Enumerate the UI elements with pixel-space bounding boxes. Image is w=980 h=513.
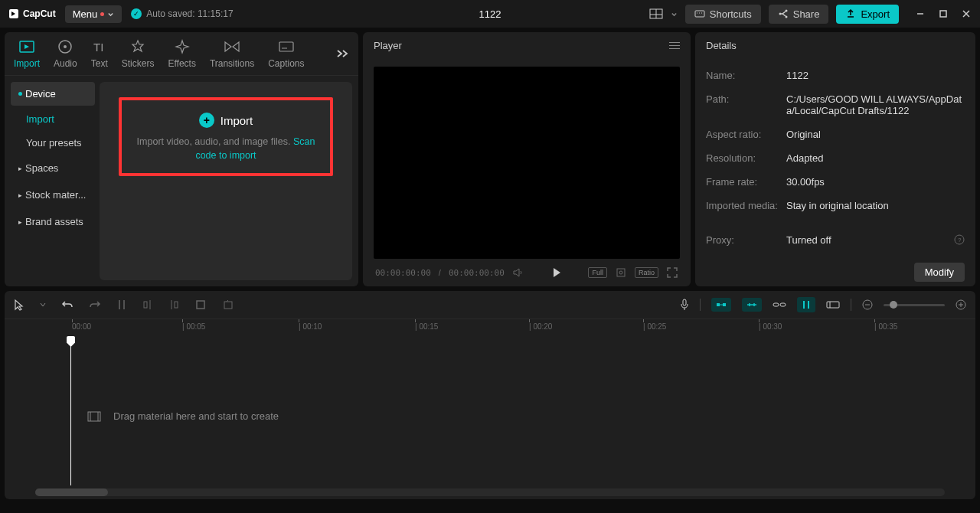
track-tool[interactable] [826, 300, 840, 309]
player-menu-icon[interactable] [669, 42, 680, 49]
crop-icon[interactable] [615, 266, 627, 279]
cursor-tool[interactable] [14, 299, 24, 311]
video-preview[interactable] [374, 67, 680, 259]
zoom-out-button[interactable] [862, 299, 873, 310]
info-icon[interactable]: ? [954, 234, 965, 245]
tab-audio[interactable]: Audio [54, 38, 77, 69]
timeline-tracks[interactable]: Drag material here and start to create [5, 338, 975, 485]
ruler-mark: | 00:15 [415, 322, 438, 331]
modify-button[interactable]: Modify [914, 263, 965, 282]
delete-tool[interactable] [222, 299, 234, 310]
ratio-button[interactable]: Ratio [635, 267, 658, 278]
detail-label: Path: [706, 93, 786, 116]
tab-label: Import [14, 58, 40, 69]
sidebar-label: Spaces [25, 162, 58, 174]
svg-rect-29 [197, 301, 204, 309]
share-label: Share [793, 8, 820, 20]
audio-icon [57, 38, 74, 55]
cursor-dropdown[interactable] [40, 302, 46, 308]
autosave-status: ✓ Auto saved: 11:15:17 [131, 8, 233, 19]
detail-row-resolution: Resolution:Adapted [706, 146, 965, 170]
volume-icon[interactable] [512, 267, 524, 278]
play-button[interactable] [552, 267, 561, 278]
divider [700, 299, 701, 311]
crop-tool[interactable] [194, 299, 207, 311]
split-tool[interactable] [116, 299, 127, 311]
scrollbar-thumb[interactable] [35, 488, 108, 496]
tab-label: Stickers [122, 58, 155, 69]
stickers-icon [129, 38, 146, 55]
effects-icon [174, 38, 191, 55]
close-button[interactable] [960, 8, 972, 20]
time-separator: / [439, 268, 441, 277]
sidebar-item-stock[interactable]: ▸Stock mater... [11, 183, 95, 207]
minimize-button[interactable] [914, 8, 926, 20]
svg-point-8 [785, 10, 787, 12]
redo-button[interactable] [89, 299, 101, 310]
export-icon [845, 8, 856, 19]
import-description: Import video, audio, and image files. Sc… [129, 136, 322, 162]
ruler-mark: | 00:20 [529, 322, 552, 331]
chevron-right-icon: ▸ [18, 218, 22, 226]
sidebar-item-device[interactable]: Device [11, 82, 95, 106]
split-left-tool[interactable] [142, 299, 153, 311]
details-panel: Details Name:1122 Path:C:/Users/GOOD WIL… [695, 32, 975, 286]
preview-tool[interactable] [797, 297, 815, 312]
zoom-in-button[interactable] [956, 299, 966, 310]
placeholder-text: Drag material here and start to create [113, 410, 279, 422]
tab-effects[interactable]: Effects [168, 38, 195, 69]
timeline-toolbar [5, 291, 975, 319]
detail-value: 30.00fps [786, 176, 965, 188]
player-panel: Player 00:00:00:00 / 00:00:00:00 Full Ra… [363, 32, 691, 286]
timeline-scrollbar[interactable] [35, 488, 945, 496]
svg-rect-37 [780, 303, 786, 306]
playhead[interactable] [70, 338, 71, 485]
split-right-tool[interactable] [168, 299, 179, 311]
import-drop-area[interactable]: + Import Import video, audio, and image … [100, 82, 352, 280]
keyboard-icon [694, 8, 705, 19]
media-panel: Import Audio TI Text Stickers Effects Tr… [5, 32, 358, 286]
full-button[interactable]: Full [588, 267, 607, 278]
tab-import[interactable]: Import [14, 38, 40, 69]
sidebar-sub-import[interactable]: Import [11, 109, 95, 129]
timeline-ruler[interactable]: 00:00 | 00:05 | 00:10 | 00:15 | 00:20 | … [5, 319, 975, 338]
tab-stickers[interactable]: Stickers [122, 38, 155, 69]
layout-icon[interactable] [649, 8, 663, 19]
svg-rect-47 [88, 412, 100, 421]
divider [851, 299, 851, 311]
fullscreen-icon[interactable] [666, 266, 678, 279]
time-total: 00:00:00:00 [449, 268, 505, 278]
sidebar-sub-presets[interactable]: Your presets [11, 132, 95, 153]
detail-value: C:/Users/GOOD WILL ALWAYS/AppData/Local/… [786, 93, 965, 116]
tab-text[interactable]: TI Text [91, 38, 108, 69]
maximize-button[interactable] [937, 8, 949, 20]
tab-captions[interactable]: Captions [268, 38, 304, 69]
sidebar-item-spaces[interactable]: ▸Spaces [11, 156, 95, 180]
import-box-highlighted[interactable]: + Import Import video, audio, and image … [119, 97, 333, 176]
zoom-slider[interactable] [884, 304, 945, 306]
share-button[interactable]: Share [769, 5, 829, 24]
tab-label: Captions [268, 58, 304, 69]
detail-value: 1122 [786, 70, 965, 81]
more-tabs-button[interactable] [335, 48, 349, 59]
chain-tool[interactable] [773, 301, 786, 309]
svg-rect-28 [175, 302, 178, 308]
detail-label: Imported media: [706, 200, 786, 211]
import-title: + Import [129, 113, 322, 128]
shortcuts-button[interactable]: Shortcuts [685, 5, 761, 24]
magnet-tool[interactable] [711, 298, 731, 312]
tab-transitions[interactable]: Transitions [210, 38, 254, 69]
zoom-thumb[interactable] [890, 301, 897, 309]
svg-text:TI: TI [93, 41, 103, 54]
svg-point-15 [64, 45, 67, 48]
mic-tool[interactable] [680, 299, 689, 311]
menu-label: Menu [73, 8, 98, 20]
sidebar-item-brand[interactable]: ▸Brand assets [11, 210, 95, 234]
chevron-down-icon[interactable] [671, 11, 678, 18]
tab-label: Transitions [210, 58, 254, 69]
link-tool[interactable] [742, 298, 762, 312]
export-button[interactable]: Export [836, 5, 899, 24]
ruler-mark: | 00:25 [643, 322, 666, 331]
undo-button[interactable] [61, 299, 74, 310]
menu-button[interactable]: Menu [65, 5, 122, 23]
